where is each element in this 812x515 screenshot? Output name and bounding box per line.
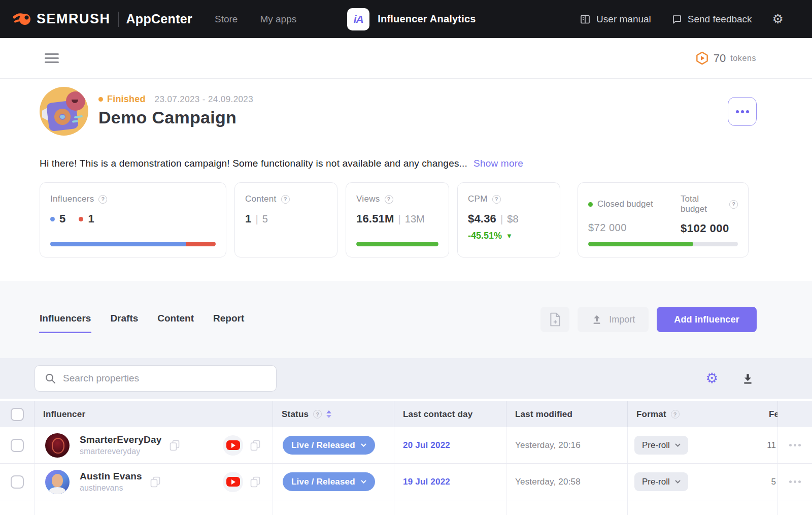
content-total: 5 xyxy=(262,213,268,225)
help-icon[interactable]: ? xyxy=(281,195,290,204)
semrush-logo-icon[interactable] xyxy=(13,10,31,28)
header-last-modified: Last modified xyxy=(515,409,572,420)
help-icon[interactable]: ? xyxy=(729,200,738,209)
youtube-icon[interactable] xyxy=(223,472,243,492)
nav-my-apps[interactable]: My apps xyxy=(260,14,296,25)
influencer-name[interactable]: SmarterEveryDay xyxy=(80,434,161,445)
card-influencers: Influencers ? 5 1 xyxy=(40,182,226,258)
status-dot xyxy=(98,97,103,102)
copy-icon[interactable] xyxy=(150,476,160,488)
navbar-actions: User manual Send feedback ⚙ xyxy=(579,13,784,25)
tabs-toolbar: Influencers Drafts Content Report Import… xyxy=(0,281,812,358)
search-input[interactable] xyxy=(63,373,267,384)
row-actions-button[interactable] xyxy=(778,427,812,463)
send-feedback-label: Send feedback xyxy=(688,14,752,25)
avatar xyxy=(45,433,70,458)
tokens-value: 70 xyxy=(714,52,726,65)
header-status[interactable]: Status xyxy=(282,409,309,420)
select-all-checkbox[interactable] xyxy=(11,408,24,421)
chevron-down-icon xyxy=(361,480,366,484)
user-manual-link[interactable]: User manual xyxy=(579,13,651,25)
add-document-button[interactable] xyxy=(540,307,569,332)
page-title: Demo Campaign xyxy=(98,108,253,127)
tab-drafts[interactable]: Drafts xyxy=(110,313,138,326)
columns-settings-gear-icon[interactable]: ⚙ xyxy=(705,371,718,385)
closed-budget-dot xyxy=(588,202,593,207)
import-button[interactable]: Import xyxy=(578,307,649,332)
youtube-icon[interactable] xyxy=(223,435,243,456)
campaign-more-button[interactable] xyxy=(728,97,757,126)
content-card-label: Content xyxy=(245,194,277,204)
live-dot xyxy=(50,217,55,221)
influencers-card-label: Influencers xyxy=(50,194,94,204)
closed-budget-label: Closed budget xyxy=(597,199,653,209)
views-card-label: Views xyxy=(356,194,380,204)
send-feedback-link[interactable]: Send feedback xyxy=(671,14,752,25)
copy-icon[interactable] xyxy=(250,440,260,451)
upload-icon xyxy=(591,314,602,325)
search-row: ⚙ xyxy=(0,358,812,399)
cpm-card-label: CPM xyxy=(468,194,488,204)
closed-budget-value: $72 000 xyxy=(588,222,681,235)
add-influencer-button[interactable]: Add influencer xyxy=(657,307,757,332)
format-label: Pre-roll xyxy=(642,440,670,450)
format-dropdown[interactable]: Pre-roll xyxy=(634,436,688,455)
card-content: Content ? 1 | 5 xyxy=(234,182,337,258)
row-actions-button[interactable] xyxy=(778,464,812,500)
last-contact-link[interactable]: 20 Jul 2022 xyxy=(403,440,450,450)
sort-icon[interactable] xyxy=(326,410,331,418)
row-checkbox[interactable] xyxy=(11,475,24,489)
settings-gear-icon[interactable]: ⚙ xyxy=(772,13,784,25)
tab-content[interactable]: Content xyxy=(157,313,194,326)
description-text: Hi there! This is a demonstration campai… xyxy=(40,158,467,169)
failed-dot xyxy=(79,217,83,221)
campaign-section: Finished 23.07.2023 - 24.09.2023 Demo Ca… xyxy=(0,79,812,281)
copy-icon[interactable] xyxy=(170,440,180,451)
total-budget-value: $102 000 xyxy=(681,222,738,235)
avatar xyxy=(45,470,70,494)
tab-influencers[interactable]: Influencers xyxy=(40,313,91,326)
header-fee: Fee xyxy=(769,409,778,420)
stats-cards: Influencers ? 5 1 Content ? 1 | 5 xyxy=(40,182,772,258)
campaign-description: Hi there! This is a demonstration campai… xyxy=(40,158,772,169)
help-icon[interactable]: ? xyxy=(313,410,322,419)
campaign-date-range: 23.07.2023 - 24.09.2023 xyxy=(155,94,253,105)
table-row: SmarterEveryDay smartereveryday Live / R… xyxy=(0,427,812,464)
app-logo-icon: iA xyxy=(347,8,369,30)
hamburger-menu-icon[interactable] xyxy=(45,53,59,63)
last-modified-value: Yesterday, 20:58 xyxy=(515,477,581,487)
header-format: Format xyxy=(636,409,666,420)
download-icon[interactable] xyxy=(741,372,754,385)
card-budget: Closed budget Total budget ? $72 000 $10… xyxy=(578,182,749,258)
last-contact-link[interactable]: 19 Jul 2022 xyxy=(403,477,450,487)
views-current: 16.51M xyxy=(356,212,394,226)
help-icon[interactable]: ? xyxy=(492,195,501,204)
influencers-live-count: 5 xyxy=(59,212,65,226)
separator: | xyxy=(255,213,258,225)
influencer-name[interactable]: Austin Evans xyxy=(80,471,142,482)
tokens-counter[interactable]: 70 tokens xyxy=(695,51,756,65)
app-header: iA Influencer Analytics xyxy=(347,8,476,30)
status-dropdown[interactable]: Live / Released xyxy=(283,436,375,455)
help-icon[interactable]: ? xyxy=(98,195,107,204)
copy-icon[interactable] xyxy=(250,476,260,488)
format-label: Pre-roll xyxy=(642,477,670,487)
brand-name[interactable]: SEMRUSH xyxy=(37,11,111,27)
row-checkbox[interactable] xyxy=(11,439,24,452)
suite-name[interactable]: AppCenter xyxy=(126,12,192,26)
table-header-row: Influencer Status ? Last contact day Las… xyxy=(0,401,812,427)
sub-header: 70 tokens xyxy=(0,38,812,79)
tab-report[interactable]: Report xyxy=(213,313,244,326)
search-icon xyxy=(44,372,56,384)
tokens-unit: tokens xyxy=(730,54,756,63)
cpm-delta: -45.51% ▼ xyxy=(468,231,550,241)
help-icon[interactable]: ? xyxy=(385,195,393,204)
show-more-link[interactable]: Show more xyxy=(473,158,523,169)
chevron-down-icon xyxy=(361,443,366,447)
nav-store[interactable]: Store xyxy=(215,14,238,25)
help-icon[interactable]: ? xyxy=(671,410,680,419)
token-hexagon-icon xyxy=(695,51,709,65)
format-dropdown[interactable]: Pre-roll xyxy=(634,472,688,491)
file-plus-icon xyxy=(549,312,561,327)
status-dropdown[interactable]: Live / Released xyxy=(283,472,375,491)
